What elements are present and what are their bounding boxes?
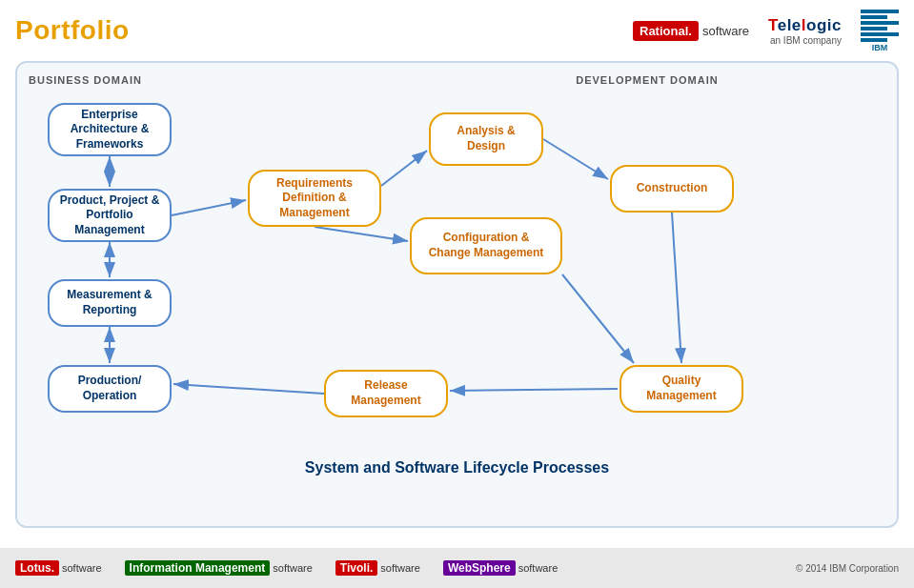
diagram-subtitle: System and Software Lifecycle Processes (305, 459, 609, 476)
telelogic-sub: an IBM company (768, 35, 842, 46)
websphere-brand: WebSphere software (443, 560, 558, 576)
header-logos: Rational. software Telelogic an IBM comp… (633, 10, 899, 52)
svg-line-13 (173, 384, 324, 394)
rational-logo: Rational. software (633, 21, 749, 41)
svg-line-8 (315, 227, 408, 241)
footer: Lotus. software Information Management s… (0, 548, 914, 588)
production-box: Production/ Operation (48, 365, 172, 413)
svg-line-9 (543, 139, 608, 179)
im-software-text: software (273, 562, 313, 574)
lotus-brand: Lotus. software (15, 560, 102, 576)
brand-list: Lotus. software Information Management s… (15, 560, 558, 576)
copyright-text: © 2014 IBM Corporation (796, 563, 899, 574)
im-box: Information Management (125, 560, 271, 576)
svg-line-12 (450, 389, 618, 391)
ibm-stripe-6 (861, 38, 887, 42)
enterprise-box: Enterprise Architecture & Frameworks (48, 103, 172, 156)
analysis-box: Analysis & Design (429, 112, 543, 166)
header: Portfolio Rational. software Telelogic a… (0, 0, 914, 57)
configuration-box: Configuration & Change Management (410, 217, 562, 274)
page-title: Portfolio (15, 15, 130, 46)
svg-line-7 (381, 151, 427, 186)
ibm-stripe-4 (861, 27, 887, 30)
svg-line-6 (172, 200, 246, 215)
release-box: Release Management (324, 370, 448, 417)
ibm-stripe-2 (861, 15, 887, 19)
lifecycle-diagram: Enterprise Architecture & Frameworks Pro… (29, 93, 885, 494)
ibm-stripe-3 (861, 21, 899, 25)
ibm-stripes (861, 10, 899, 42)
construction-box: Construction (610, 165, 734, 213)
ibm-logo: IBM (861, 10, 899, 52)
requirements-box: Requirements Definition & Management (248, 170, 381, 227)
business-domain-label: BUSINESS DOMAIN (29, 74, 142, 86)
domain-labels: BUSINESS DOMAIN DEVELOPMENT DOMAIN (29, 74, 885, 86)
websphere-box: WebSphere (443, 560, 516, 576)
tivoli-box: Tivoli. (335, 560, 377, 576)
tivoli-software-text: software (380, 562, 420, 574)
svg-line-10 (672, 213, 681, 363)
diagram-area: BUSINESS DOMAIN DEVELOPMENT DOMAIN (15, 61, 899, 528)
development-domain-label: DEVELOPMENT DOMAIN (576, 74, 718, 86)
ibm-stripe-1 (861, 10, 899, 13)
telelogic-logo: Telelogic an IBM company (768, 16, 842, 46)
rational-text: software (702, 24, 749, 38)
measurement-box: Measurement & Reporting (48, 279, 172, 327)
ibm-stripe-5 (861, 32, 899, 36)
lotus-software-text: software (62, 562, 102, 574)
rational-box: Rational. (633, 21, 699, 41)
tivoli-brand: Tivoli. software (335, 560, 420, 576)
quality-box: Quality Management (619, 365, 743, 413)
websphere-software-text: software (518, 562, 559, 574)
ibm-text: IBM (872, 43, 888, 52)
im-brand: Information Management software (125, 560, 313, 576)
lotus-box: Lotus. (15, 560, 59, 576)
telelogic-name: Telelogic (768, 16, 842, 35)
svg-line-11 (562, 274, 634, 363)
product-box: Product, Project & Portfolio Management (48, 189, 172, 242)
